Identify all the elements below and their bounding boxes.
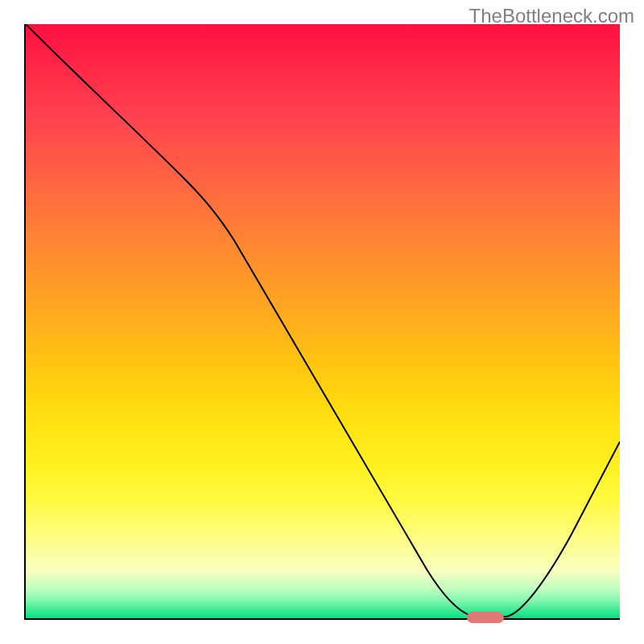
bottleneck-curve xyxy=(26,24,620,618)
chart-plot-area xyxy=(24,24,620,620)
optimal-marker xyxy=(467,612,504,623)
curve-path xyxy=(26,24,620,617)
watermark-text: TheBottleneck.com xyxy=(469,5,634,27)
